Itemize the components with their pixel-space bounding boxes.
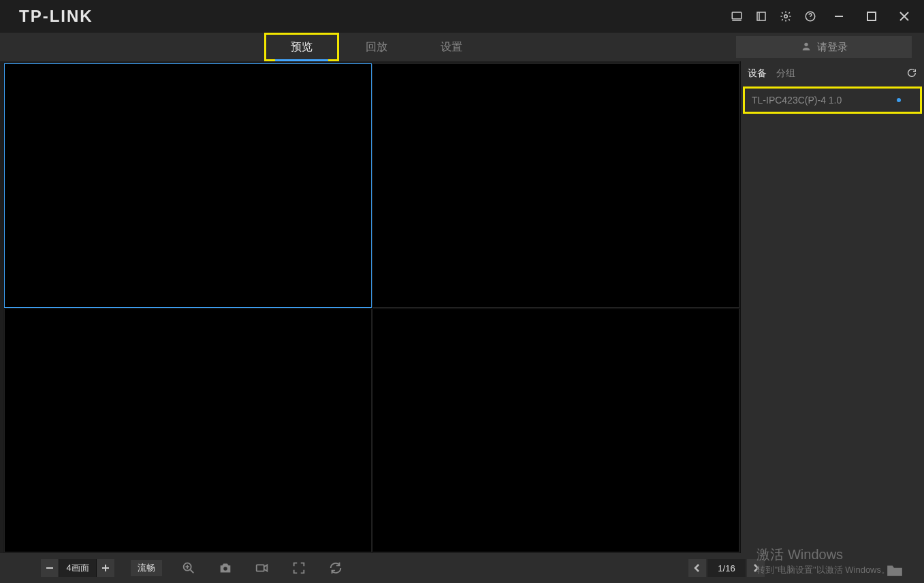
login-button[interactable]: 请登录 bbox=[736, 36, 912, 58]
title-icon-group bbox=[729, 9, 916, 24]
video-cell-1[interactable] bbox=[4, 63, 372, 308]
zoom-in-icon[interactable] bbox=[178, 558, 199, 578]
svg-point-6 bbox=[804, 42, 808, 46]
sidebar-tabs: 设备 分组 bbox=[741, 61, 924, 86]
svg-rect-9 bbox=[257, 565, 264, 571]
snapshot-icon[interactable] bbox=[215, 558, 236, 578]
pager: 1/16 bbox=[688, 559, 765, 577]
stream-mode-button[interactable]: 流畅 bbox=[131, 560, 162, 576]
gear-icon[interactable] bbox=[778, 9, 793, 24]
brand-logo: TP-LINK bbox=[19, 7, 93, 26]
sidebar-icon[interactable] bbox=[754, 9, 769, 24]
maximize-icon[interactable] bbox=[860, 9, 883, 24]
bottom-toolbar: 4画面 流畅 1/16 bbox=[0, 553, 924, 583]
tab-preview-label: 预览 bbox=[291, 40, 313, 54]
refresh-icon[interactable] bbox=[906, 67, 917, 80]
close-icon[interactable] bbox=[893, 9, 916, 24]
layout-stepper: 4画面 bbox=[41, 559, 114, 577]
svg-point-4 bbox=[810, 18, 811, 19]
svg-rect-1 bbox=[757, 12, 765, 20]
layout-label: 4画面 bbox=[59, 559, 97, 577]
stream-mode-label: 流畅 bbox=[138, 562, 155, 574]
svg-point-8 bbox=[223, 567, 227, 571]
sidebar: 设备 分组 TL-IPC423C(P)-4 1.0 bbox=[740, 61, 924, 553]
svg-rect-0 bbox=[732, 12, 742, 19]
svg-rect-5 bbox=[867, 12, 876, 20]
main-area: 设备 分组 TL-IPC423C(P)-4 1.0 bbox=[0, 61, 924, 553]
device-name: TL-IPC423C(P)-4 1.0 bbox=[752, 95, 842, 106]
tab-preview[interactable]: 预览 bbox=[264, 33, 339, 61]
login-label: 请登录 bbox=[817, 41, 848, 54]
status-dot-icon bbox=[897, 98, 901, 102]
folder-icon[interactable] bbox=[886, 563, 904, 578]
page-indicator: 1/16 bbox=[707, 559, 746, 577]
device-item[interactable]: TL-IPC423C(P)-4 1.0 bbox=[745, 89, 920, 112]
tab-settings-label: 设置 bbox=[441, 40, 462, 54]
user-icon bbox=[801, 41, 812, 54]
tab-playback-label: 回放 bbox=[366, 40, 387, 54]
layout-decrease-button[interactable] bbox=[41, 559, 59, 577]
screen-icon[interactable] bbox=[729, 9, 744, 24]
fullscreen-icon[interactable] bbox=[289, 558, 309, 578]
tab-playback[interactable]: 回放 bbox=[339, 33, 414, 61]
video-cell-2[interactable] bbox=[372, 63, 740, 308]
video-cell-3[interactable] bbox=[4, 309, 372, 553]
minimize-icon[interactable] bbox=[827, 9, 850, 24]
svg-point-2 bbox=[784, 15, 788, 18]
page-next-button[interactable] bbox=[747, 559, 765, 577]
video-cell-4[interactable] bbox=[372, 309, 740, 553]
sidebar-tab-group[interactable]: 分组 bbox=[776, 67, 795, 80]
layout-increase-button[interactable] bbox=[97, 559, 114, 577]
page-prev-button[interactable] bbox=[688, 559, 706, 577]
sync-icon[interactable] bbox=[325, 558, 346, 578]
tab-settings[interactable]: 设置 bbox=[414, 33, 489, 61]
video-grid bbox=[3, 63, 740, 553]
help-icon[interactable] bbox=[803, 9, 818, 24]
record-icon[interactable] bbox=[252, 558, 272, 578]
sidebar-tab-device[interactable]: 设备 bbox=[748, 67, 767, 80]
main-tab-bar: 预览 回放 设置 请登录 bbox=[0, 33, 924, 61]
title-bar: TP-LINK bbox=[0, 0, 924, 33]
